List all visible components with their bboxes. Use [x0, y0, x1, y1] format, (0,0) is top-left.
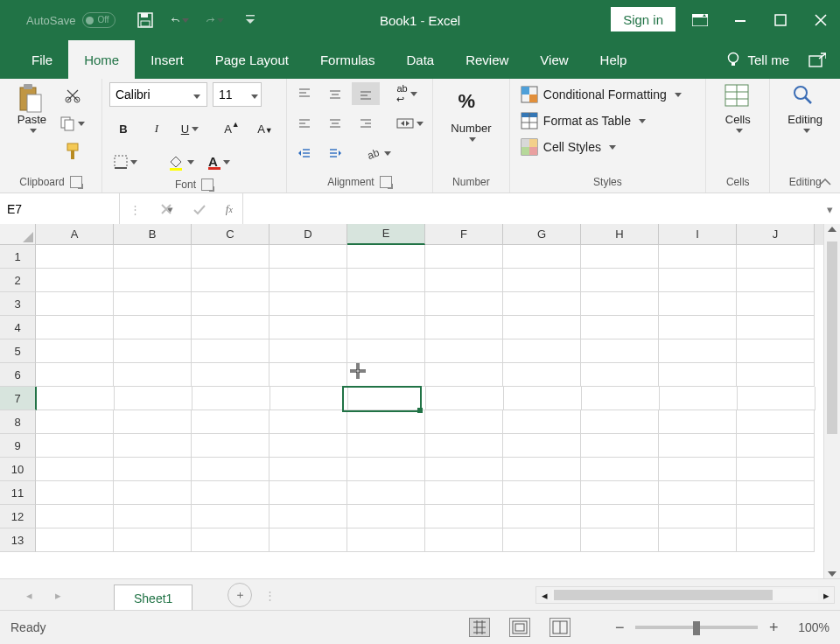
- column-header[interactable]: E: [347, 224, 425, 245]
- cell[interactable]: [347, 505, 425, 528]
- zoom-out-button[interactable]: −: [612, 619, 626, 637]
- cell[interactable]: [114, 269, 192, 292]
- cell[interactable]: [192, 269, 270, 292]
- cell[interactable]: [659, 363, 737, 387]
- cell[interactable]: [581, 340, 659, 363]
- cell[interactable]: [504, 387, 582, 410]
- qat-customize-icon[interactable]: [242, 11, 259, 29]
- cell[interactable]: [114, 316, 192, 340]
- cell[interactable]: [659, 269, 737, 292]
- cell[interactable]: [503, 269, 581, 292]
- cell[interactable]: [503, 481, 581, 505]
- cell[interactable]: [270, 481, 347, 505]
- cell[interactable]: [347, 269, 425, 292]
- increase-indent-button[interactable]: [321, 142, 349, 164]
- column-header[interactable]: D: [270, 224, 347, 245]
- cell[interactable]: [425, 245, 503, 269]
- tab-home[interactable]: Home: [68, 40, 135, 79]
- cell[interactable]: [737, 363, 815, 387]
- formula-input[interactable]: [243, 193, 819, 225]
- column-header[interactable]: F: [425, 224, 503, 245]
- cell[interactable]: [270, 269, 347, 292]
- zoom-slider-knob[interactable]: [693, 621, 700, 635]
- cancel-formula-button[interactable]: [160, 203, 172, 215]
- cell[interactable]: [114, 458, 192, 481]
- minimize-button[interactable]: [728, 8, 752, 32]
- cell[interactable]: [347, 481, 425, 505]
- row-header[interactable]: 5: [0, 340, 36, 363]
- cell[interactable]: [270, 505, 347, 528]
- cell[interactable]: [659, 245, 737, 269]
- row-header[interactable]: 4: [0, 316, 36, 340]
- cell[interactable]: [192, 340, 270, 363]
- expand-formula-bar-button[interactable]: ▾: [819, 193, 840, 225]
- align-right-button[interactable]: [352, 112, 380, 135]
- cell[interactable]: [581, 528, 659, 552]
- font-size-combo[interactable]: [213, 82, 262, 107]
- cell[interactable]: [36, 363, 114, 387]
- row-header[interactable]: 12: [0, 505, 36, 528]
- cell[interactable]: [36, 481, 114, 505]
- clipboard-launcher[interactable]: [70, 176, 82, 188]
- cell[interactable]: [425, 528, 503, 552]
- worksheet-grid[interactable]: ABCDEFGHIJ 12345678910111213: [0, 224, 840, 579]
- zoom-slider[interactable]: [635, 626, 758, 629]
- vertical-scroll-thumb[interactable]: [827, 242, 837, 434]
- cell[interactable]: [737, 458, 815, 481]
- cell[interactable]: [114, 410, 192, 434]
- maximize-button[interactable]: [768, 8, 793, 32]
- sheet-next-button[interactable]: ▸: [55, 589, 61, 602]
- save-icon[interactable]: [136, 11, 154, 29]
- cell[interactable]: [737, 292, 815, 316]
- undo-button[interactable]: [172, 11, 189, 29]
- cell[interactable]: [192, 316, 270, 340]
- cell[interactable]: [660, 387, 738, 410]
- cell[interactable]: [425, 363, 503, 387]
- cell[interactable]: [659, 292, 737, 316]
- orientation-button[interactable]: ab: [361, 142, 396, 164]
- format-painter-button[interactable]: [55, 140, 89, 163]
- cell[interactable]: [115, 387, 192, 410]
- horizontal-scrollbar[interactable]: ◂ ▸: [536, 586, 835, 604]
- redo-button[interactable]: [206, 11, 224, 29]
- cell[interactable]: [659, 410, 737, 434]
- cell[interactable]: [36, 269, 114, 292]
- tab-insert[interactable]: Insert: [135, 40, 200, 79]
- cell[interactable]: [36, 528, 114, 552]
- cell[interactable]: [581, 316, 659, 340]
- tab-view[interactable]: View: [524, 40, 584, 79]
- cell[interactable]: [347, 340, 425, 363]
- cell[interactable]: [347, 528, 425, 552]
- cell[interactable]: [581, 410, 659, 434]
- scroll-up-button[interactable]: [828, 227, 836, 232]
- column-header[interactable]: J: [737, 224, 815, 245]
- alignment-launcher[interactable]: [380, 176, 392, 188]
- cell[interactable]: [425, 434, 503, 458]
- cell[interactable]: [659, 434, 737, 458]
- tab-help[interactable]: Help: [584, 40, 643, 79]
- cell[interactable]: [347, 292, 425, 316]
- copy-button[interactable]: [55, 112, 89, 135]
- scroll-right-button[interactable]: ▸: [818, 589, 834, 602]
- cell[interactable]: [270, 434, 347, 458]
- row-header[interactable]: 1: [0, 245, 36, 269]
- sheet-prev-button[interactable]: ◂: [26, 589, 32, 602]
- new-sheet-button[interactable]: ＋: [228, 583, 252, 607]
- cell[interactable]: [425, 292, 503, 316]
- align-center-button[interactable]: [321, 112, 349, 135]
- cell[interactable]: [503, 410, 581, 434]
- page-layout-view-button[interactable]: [509, 618, 530, 637]
- cells-button[interactable]: Cells: [719, 82, 756, 135]
- cell[interactable]: [347, 434, 425, 458]
- align-top-button[interactable]: [290, 82, 318, 105]
- select-all-button[interactable]: [0, 224, 36, 245]
- cell[interactable]: [503, 505, 581, 528]
- decrease-font-button[interactable]: A▼: [251, 117, 279, 140]
- tab-review[interactable]: Review: [450, 40, 524, 79]
- cell[interactable]: [192, 434, 270, 458]
- wrap-text-button[interactable]: ab↩: [392, 82, 421, 105]
- cell[interactable]: [503, 245, 581, 269]
- cell[interactable]: [503, 458, 581, 481]
- cell[interactable]: [738, 387, 816, 410]
- cell[interactable]: [581, 458, 659, 481]
